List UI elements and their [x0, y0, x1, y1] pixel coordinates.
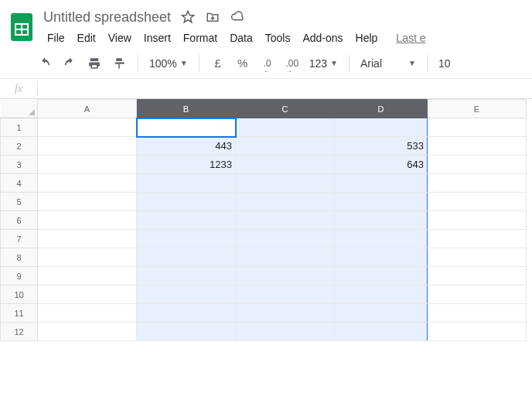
cell-E11[interactable]: [428, 304, 527, 323]
row-header-9[interactable]: 9: [1, 267, 38, 285]
row-header-6[interactable]: 6: [1, 211, 38, 230]
cell-E2[interactable]: [428, 137, 527, 155]
cell-E10[interactable]: [428, 285, 527, 304]
cell-C11[interactable]: [236, 304, 335, 323]
undo-button[interactable]: [34, 53, 56, 74]
row-header-1[interactable]: 1: [1, 118, 38, 137]
doc-title[interactable]: Untitled spreadsheet: [43, 9, 171, 26]
cell-C1[interactable]: [236, 118, 335, 137]
cell-B4[interactable]: [137, 174, 236, 193]
sheets-logo[interactable]: [6, 6, 37, 48]
formula-input[interactable]: [38, 79, 532, 98]
cell-D12[interactable]: [335, 323, 428, 341]
cell-D3[interactable]: 643: [335, 155, 428, 174]
cell-B6[interactable]: [137, 211, 236, 230]
row-header-10[interactable]: 10: [1, 285, 38, 304]
cell-D2[interactable]: 533: [335, 137, 428, 155]
cell-E8[interactable]: [428, 248, 527, 267]
cell-D7[interactable]: [335, 230, 428, 248]
menu-help[interactable]: Help: [350, 30, 384, 46]
col-header-B[interactable]: B: [137, 100, 236, 118]
menu-tools[interactable]: Tools: [260, 30, 296, 46]
cell-D4[interactable]: [335, 174, 428, 193]
cell-A5[interactable]: [38, 193, 137, 211]
cell-C8[interactable]: [236, 248, 335, 267]
col-header-D[interactable]: D: [335, 100, 428, 118]
cell-A1[interactable]: [38, 118, 137, 137]
cell-B12[interactable]: [137, 323, 236, 341]
cell-D1[interactable]: [335, 118, 428, 137]
cell-E3[interactable]: [428, 155, 527, 174]
menu-file[interactable]: File: [42, 30, 70, 46]
percent-button[interactable]: %: [232, 53, 254, 74]
row-header-12[interactable]: 12: [1, 323, 38, 341]
cell-C12[interactable]: [236, 323, 335, 341]
cloud-status-icon[interactable]: [230, 9, 245, 25]
print-button[interactable]: [84, 53, 105, 74]
cell-B3[interactable]: 1233: [137, 155, 236, 174]
font-size-dropdown[interactable]: 10: [435, 57, 454, 70]
cell-A4[interactable]: [38, 174, 137, 193]
row-header-3[interactable]: 3: [1, 155, 38, 174]
select-all-corner[interactable]: [1, 100, 38, 118]
cell-A2[interactable]: [38, 137, 137, 155]
cell-B5[interactable]: [137, 193, 236, 211]
row-header-4[interactable]: 4: [1, 174, 38, 193]
cell-A6[interactable]: [38, 211, 137, 230]
cell-B2[interactable]: 443: [137, 137, 236, 155]
cell-A8[interactable]: [38, 248, 137, 267]
cell-D9[interactable]: [335, 267, 428, 285]
menu-format[interactable]: Format: [178, 30, 223, 46]
currency-button[interactable]: £: [207, 53, 229, 74]
cell-D10[interactable]: [335, 285, 428, 304]
cell-E4[interactable]: [428, 174, 527, 193]
cell-A3[interactable]: [38, 155, 137, 174]
cell-A12[interactable]: [38, 323, 137, 341]
cell-B10[interactable]: [137, 285, 236, 304]
increase-decimal-button[interactable]: .00→: [281, 53, 303, 74]
menu-view[interactable]: View: [103, 30, 137, 46]
row-header-7[interactable]: 7: [1, 230, 38, 248]
cell-B9[interactable]: [137, 267, 236, 285]
cell-C4[interactable]: [236, 174, 335, 193]
row-header-2[interactable]: 2: [1, 137, 38, 155]
more-formats-dropdown[interactable]: 123▼: [306, 57, 341, 70]
cell-E5[interactable]: [428, 193, 527, 211]
decrease-decimal-button[interactable]: .0←: [257, 53, 278, 74]
menu-addons[interactable]: Add-ons: [297, 30, 348, 46]
cell-E1[interactable]: [428, 118, 527, 137]
cell-B11[interactable]: [137, 304, 236, 323]
move-folder-icon[interactable]: [205, 9, 220, 25]
cell-B7[interactable]: [137, 230, 236, 248]
redo-button[interactable]: [59, 53, 80, 74]
cell-A9[interactable]: [38, 267, 137, 285]
cell-B8[interactable]: [137, 248, 236, 267]
zoom-dropdown[interactable]: 100%▼: [146, 57, 191, 70]
star-icon[interactable]: [180, 9, 196, 25]
row-header-8[interactable]: 8: [1, 248, 38, 267]
menu-data[interactable]: Data: [224, 30, 258, 46]
cell-A11[interactable]: [38, 304, 137, 323]
col-header-E[interactable]: E: [428, 100, 527, 118]
row-header-11[interactable]: 11: [1, 304, 38, 323]
cell-C6[interactable]: [236, 211, 335, 230]
cell-B1[interactable]: [137, 118, 236, 137]
col-header-A[interactable]: A: [38, 100, 137, 118]
cell-C5[interactable]: [236, 193, 335, 211]
row-header-5[interactable]: 5: [1, 193, 38, 211]
cell-A7[interactable]: [38, 230, 137, 248]
font-dropdown[interactable]: Arial▼: [357, 57, 419, 70]
last-edit-link[interactable]: Last e: [390, 30, 431, 46]
cell-E12[interactable]: [428, 323, 527, 341]
cell-C3[interactable]: [236, 155, 335, 174]
cell-E9[interactable]: [428, 267, 527, 285]
menu-edit[interactable]: Edit: [72, 30, 101, 46]
menu-insert[interactable]: Insert: [138, 30, 176, 46]
cell-C2[interactable]: [236, 137, 335, 155]
cell-E6[interactable]: [428, 211, 527, 230]
cell-D5[interactable]: [335, 193, 428, 211]
paint-format-button[interactable]: [108, 53, 130, 74]
col-header-C[interactable]: C: [236, 100, 335, 118]
cell-C7[interactable]: [236, 230, 335, 248]
cell-D6[interactable]: [335, 211, 428, 230]
